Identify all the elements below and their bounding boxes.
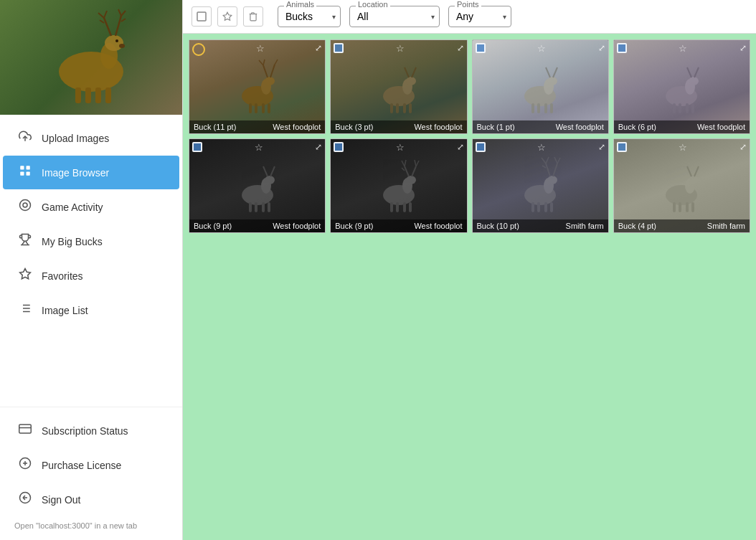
svg-rect-12 <box>85 87 91 103</box>
sidebar-item-image-list[interactable]: Image List <box>3 293 179 327</box>
points-filter[interactable]: Points Any 1 2 3 4 5 6+ ▾ <box>448 6 511 27</box>
svg-line-107 <box>546 164 550 176</box>
image-card-5[interactable]: ☆ ⤢ Buck (9 pt) West foodplot <box>189 138 326 233</box>
card-8-checkbox[interactable] <box>617 142 627 152</box>
favorite-button[interactable] <box>217 6 237 27</box>
image-card-3[interactable]: ☆ ⤢ Buck (1 pt) West foodplot <box>472 39 609 134</box>
sidebar-item-purchase-license[interactable]: Purchase License <box>3 448 179 482</box>
card-2-expand[interactable]: ⤢ <box>457 43 464 53</box>
svg-rect-14 <box>105 87 111 103</box>
card-1-expand[interactable]: ⤢ <box>315 43 322 53</box>
sidebar-nav: Upload Images Image Browser Game Act <box>0 115 182 407</box>
points-select[interactable]: Any 1 2 3 4 5 6+ <box>455 8 505 25</box>
svg-line-84 <box>263 166 268 176</box>
card-4-label: Buck (6 pt) <box>618 123 656 131</box>
svg-point-106 <box>547 176 557 184</box>
image-card-2[interactable]: ☆ ⤢ Buck (3 pt) West foodplot <box>330 39 467 134</box>
card-7-controls: ☆ ⤢ <box>476 142 605 153</box>
card-6-star[interactable]: ☆ <box>396 142 405 153</box>
card-3-expand[interactable]: ⤢ <box>598 43 605 53</box>
svg-point-74 <box>689 77 699 85</box>
card-4-expand[interactable]: ⤢ <box>740 43 747 53</box>
card-4-star[interactable]: ☆ <box>679 43 687 54</box>
card-3-label: Buck (1 pt) <box>477 123 515 131</box>
card-4-checkbox[interactable] <box>617 43 627 53</box>
card-6-checkbox[interactable] <box>334 142 344 152</box>
svg-rect-87 <box>255 202 257 212</box>
svg-rect-88 <box>262 202 265 212</box>
svg-rect-124 <box>679 202 681 212</box>
image-card-6[interactable]: ☆ ⤢ Buck (9 pt) West foodplot <box>330 138 467 233</box>
upload-icon <box>17 130 33 146</box>
svg-line-95 <box>405 160 406 166</box>
card-7-star[interactable]: ☆ <box>537 142 546 153</box>
select-all-checkbox[interactable] <box>192 6 212 27</box>
sidebar-item-image-browser-label: Image Browser <box>42 167 109 179</box>
svg-line-46 <box>259 60 263 65</box>
svg-rect-115 <box>537 202 540 212</box>
card-7-location: Smith farm <box>566 222 604 230</box>
card-8-controls: ☆ ⤢ <box>617 142 747 153</box>
hero-image <box>0 0 182 115</box>
sidebar-item-subscription[interactable]: Subscription Status <box>3 414 179 447</box>
svg-line-110 <box>542 166 546 168</box>
card-2-controls: ☆ ⤢ <box>334 43 463 54</box>
points-label: Points <box>455 0 481 9</box>
svg-rect-40 <box>197 12 206 21</box>
card-8-footer: Buck (4 pt) Smith farm <box>614 219 750 232</box>
sidebar-footer: Open "localhost:3000" in a new tab <box>0 517 182 534</box>
sidebar-item-sign-out[interactable]: Sign Out <box>3 483 179 516</box>
main-content: Animals Bucks All Does Other ▾ Location … <box>183 0 756 540</box>
image-card-1[interactable]: ☆ ⤢ Buck (11 pt) West foodplot <box>189 39 326 134</box>
delete-button[interactable] <box>243 6 263 27</box>
svg-rect-20 <box>20 172 24 176</box>
svg-rect-21 <box>27 172 30 176</box>
svg-line-5 <box>104 11 107 18</box>
svg-point-83 <box>265 176 275 184</box>
image-card-7[interactable]: ☆ ⤢ Buck (10 pt) Smith farm <box>472 138 609 233</box>
sidebar-item-upload[interactable]: Upload Images <box>3 121 179 155</box>
sidebar-item-image-browser[interactable]: Image Browser <box>3 156 179 189</box>
image-card-4[interactable]: ☆ ⤢ Buck (6 pt) West foodplot <box>613 39 750 134</box>
sidebar-item-game-activity-label: Game Activity <box>42 202 103 213</box>
card-8-star[interactable]: ☆ <box>679 142 687 153</box>
sidebar-item-purchase-label: Purchase License <box>42 460 121 471</box>
card-2-footer: Buck (3 pt) West foodplot <box>331 120 466 133</box>
purchase-icon <box>17 457 33 473</box>
svg-line-122 <box>694 166 699 176</box>
sidebar-item-favorites[interactable]: Favorites <box>3 259 179 293</box>
card-1-selected-circle[interactable] <box>192 43 205 56</box>
animals-filter[interactable]: Animals Bucks All Does Other ▾ <box>278 6 341 27</box>
card-7-expand[interactable]: ⤢ <box>598 142 605 152</box>
card-3-star[interactable]: ☆ <box>537 43 546 54</box>
svg-point-120 <box>689 176 699 184</box>
svg-rect-31 <box>19 425 32 433</box>
svg-line-99 <box>415 160 416 166</box>
svg-line-76 <box>694 67 699 77</box>
card-2-checkbox[interactable] <box>334 43 344 53</box>
card-6-expand[interactable]: ⤢ <box>457 142 464 152</box>
card-3-checkbox[interactable] <box>476 43 486 53</box>
card-2-star[interactable]: ☆ <box>396 43 405 54</box>
svg-rect-62 <box>409 103 412 113</box>
card-7-checkbox[interactable] <box>476 142 486 152</box>
location-select[interactable]: All West foodplot Smith farm East stand <box>356 8 433 25</box>
svg-line-49 <box>275 60 278 65</box>
svg-line-85 <box>270 166 275 176</box>
svg-rect-70 <box>544 103 547 113</box>
card-5-checkbox[interactable] <box>192 142 202 152</box>
footer-text: Open "localhost:3000" in a new tab <box>14 521 137 530</box>
image-card-8[interactable]: ☆ ⤢ Buck (4 pt) Smith farm <box>613 138 750 233</box>
card-6-controls: ☆ ⤢ <box>334 142 463 153</box>
svg-point-22 <box>20 200 31 211</box>
card-5-star[interactable]: ☆ <box>255 142 263 153</box>
card-5-expand[interactable]: ⤢ <box>315 142 322 152</box>
animals-select[interactable]: Bucks All Does Other <box>284 8 334 25</box>
card-1-star[interactable]: ☆ <box>256 43 265 54</box>
location-filter[interactable]: Location All West foodplot Smith farm Ea… <box>349 6 440 27</box>
card-8-expand[interactable]: ⤢ <box>740 142 747 152</box>
sidebar-item-my-big-bucks[interactable]: My Big Bucks <box>3 224 179 258</box>
sidebar-item-subscription-label: Subscription Status <box>42 425 128 437</box>
sidebar-item-game-activity[interactable]: Game Activity <box>3 190 179 224</box>
svg-line-58 <box>412 67 416 77</box>
